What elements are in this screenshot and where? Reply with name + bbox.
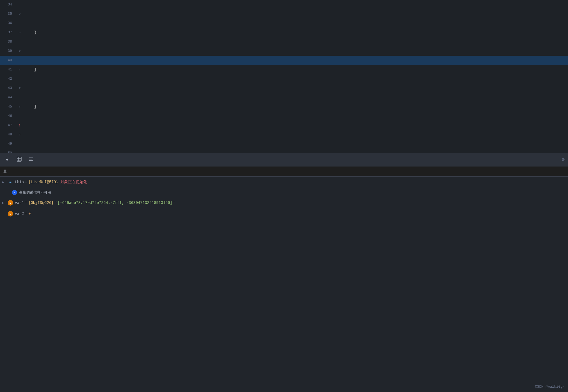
info-message: 变量调试信息不可用 <box>19 190 51 195</box>
code-content-34 <box>23 0 568 9</box>
line-num-44: 44 <box>0 93 16 102</box>
var-ref-this: {LiveRef@570} <box>28 180 58 184</box>
gutter-36 <box>16 19 23 28</box>
gutter-44 <box>16 93 23 102</box>
fold-arrow-41: ▷ <box>19 68 20 71</box>
line-num-35: 35 <box>0 9 16 19</box>
gutter-38 <box>16 37 23 46</box>
var-row-this[interactable]: ▶ ≡ this = {LiveRef@570} 对象正在初始化 <box>0 177 568 188</box>
line-num-41: 41 <box>0 65 16 74</box>
code-content-39: public LiveRef(ObjID var1, int var2) { v… <box>23 46 568 56</box>
code-line-37: 37 ▷ } <box>0 28 568 37</box>
gutter-39[interactable]: ▽ <box>16 46 23 56</box>
code-line-44: 44 this(var1, TCPEndpoint.getLocalEndpoi… <box>0 93 568 102</box>
fold-arrow-45: ▷ <box>19 105 20 108</box>
settings-icon[interactable]: ⚙ <box>562 156 565 162</box>
fold-arrow-48: ▽ <box>19 133 20 136</box>
code-line-46: 46 <box>0 111 568 121</box>
code-content-42 <box>23 74 568 84</box>
var-str-var1: "[-629ace78:17ed7fe7264:-7fff, -36304713… <box>55 201 174 205</box>
code-content-44: this(var1, TCPEndpoint.getLocalEndpoint(… <box>23 93 568 102</box>
var-status-this: 对象正在初始化 <box>60 180 87 185</box>
gutter-48[interactable]: ▽ <box>16 130 23 139</box>
gutter-46 <box>16 111 23 121</box>
line-num-39: 39 <box>0 46 16 56</box>
step-arrow-47: ↑ <box>19 123 21 127</box>
var-eq-var1: = <box>25 201 27 205</box>
code-content-48: try { <box>23 130 568 139</box>
table-icon[interactable] <box>15 155 23 164</box>
line-num-43: 43 <box>0 84 16 93</box>
line-num-34: 34 <box>0 0 16 9</box>
variables-title: 量 <box>3 169 7 174</box>
var-name-var2: var2 <box>15 212 24 216</box>
code-line-48: 48 ▽ try { <box>0 130 568 139</box>
line-num-42: 42 <box>0 74 16 84</box>
code-content-40: this(var1, TCPEndpoint.getLocalEndpoint(… <box>23 56 568 65</box>
line-num-47: 47 <box>0 121 16 130</box>
line-num-37: 37 <box>0 28 16 37</box>
gutter-49 <box>16 139 23 149</box>
code-content-41: } <box>23 65 568 74</box>
code-line-43: 43 ▽ public LiveRef(ObjID var1, int var2… <box>0 84 568 93</box>
gutter-50 <box>16 149 23 153</box>
fold-arrow-37: ▷ <box>19 31 20 34</box>
code-content-50: return var1; <box>23 149 568 153</box>
code-line-35: 35 ▽ public LiveRef(int var1, RMIClientS… <box>0 9 568 19</box>
bottom-right-label: CSDN @wa1ki0g- <box>535 385 565 389</box>
variables-header: 量 <box>0 167 568 176</box>
fold-arrow-39: ▽ <box>19 49 20 53</box>
code-content-35: public LiveRef(int var1, RMIClientSocket… <box>23 9 568 19</box>
code-content-37: } <box>23 28 568 37</box>
code-line-47: 47 ↑ public Object clone() { <box>0 121 568 130</box>
variables-panel: ▶ ≡ this = {LiveRef@570} 对象正在初始化 i 变量调试信… <box>0 176 568 392</box>
gutter-35[interactable]: ▽ <box>16 9 23 19</box>
var-row-var2: ▶ p var2 = 0 <box>0 208 568 219</box>
gutter-37[interactable]: ▷ <box>16 28 23 37</box>
info-row: i 变量调试信息不可用 <box>0 188 568 197</box>
line-num-36: 36 <box>0 19 16 28</box>
gutter-45[interactable]: ▷ <box>16 102 23 111</box>
fold-arrow-43: ▽ <box>19 87 20 90</box>
step-into-icon[interactable] <box>3 155 11 164</box>
code-line-38: 38 <box>0 37 568 46</box>
gutter-47: ↑ <box>16 121 23 130</box>
code-content-45: } <box>23 102 568 111</box>
info-icon: i <box>12 190 17 195</box>
gutter-41[interactable]: ▷ <box>16 65 23 74</box>
code-line-41: 41 ▷ } <box>0 65 568 74</box>
var-name-this: this <box>15 180 24 184</box>
align-icon[interactable] <box>27 155 35 164</box>
this-icon: ≡ <box>8 179 13 185</box>
line-num-50: 50 <box>0 149 16 153</box>
var-row-var1[interactable]: ▶ p var1 = {ObjID@626} "[-629ace78:17ed7… <box>0 197 568 208</box>
gutter-42 <box>16 74 23 84</box>
code-line-45: 45 ▷ } <box>0 102 568 111</box>
code-line-40: 40 this(var1, TCPEndpoint.getLocalEndpoi… <box>0 56 568 65</box>
expand-this[interactable]: ▶ <box>2 180 8 184</box>
svg-rect-1 <box>17 157 21 161</box>
gutter-43[interactable]: ▽ <box>16 84 23 93</box>
code-content-49: LiveRef var1 = (LiveRef)super.clone(); <box>23 139 568 149</box>
code-content-46 <box>23 111 568 121</box>
line-num-40: 40 <box>0 56 16 65</box>
line-num-38: 38 <box>0 37 16 46</box>
code-line-39: 39 ▽ public LiveRef(ObjID var1, int var2… <box>0 46 568 56</box>
var-val-var2: 0 <box>28 212 31 216</box>
main-container: 阅读器模 34 35 ▽ public LiveRef(int var1, RM… <box>0 0 568 392</box>
var-eq-this: = <box>25 180 27 184</box>
var2-icon: p <box>8 211 13 216</box>
expand-var1[interactable]: ▶ <box>2 201 8 205</box>
toolbar: ⚙ <box>0 153 568 167</box>
var-eq-var2: = <box>25 212 27 216</box>
var1-icon: p <box>8 200 13 206</box>
gutter-34 <box>16 0 23 9</box>
code-content-36: this(new ObjID(), var1, var2, var3); <box>23 19 568 28</box>
code-line-49: 49 LiveRef var1 = (LiveRef)super.clone()… <box>0 139 568 149</box>
code-content-47: public Object clone() { <box>23 121 568 130</box>
var-ref-var1: {ObjID@626} <box>28 201 54 205</box>
fold-arrow-35: ▽ <box>19 12 20 16</box>
code-content-43: public LiveRef(ObjID var1, int var2, RMI… <box>23 84 568 93</box>
code-content-38 <box>23 37 568 46</box>
svg-point-0 <box>7 160 8 161</box>
